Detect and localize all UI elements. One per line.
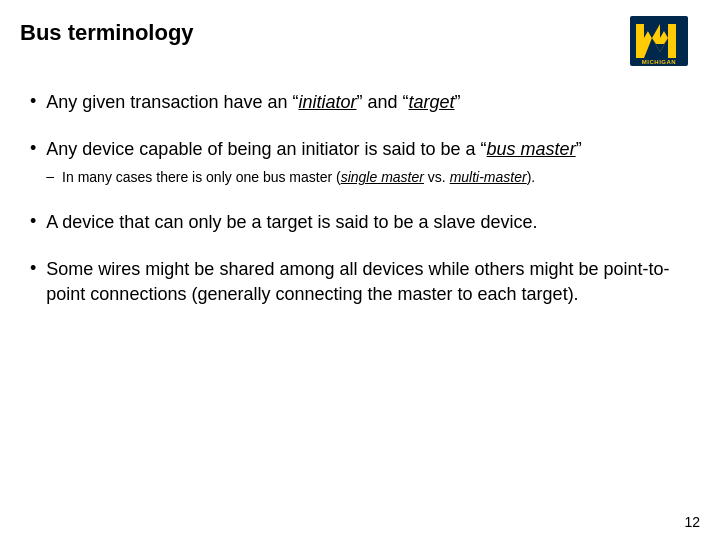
bullet-dot-1: • xyxy=(30,91,36,112)
bullet-text-2: Any device capable of being an initiator… xyxy=(46,139,581,159)
bullet-dot-4: • xyxy=(30,258,36,279)
sub-bullet-1: – In many cases there is only one bus ma… xyxy=(46,168,581,188)
slide-number: 12 xyxy=(684,514,700,530)
sub-dash-1: – xyxy=(46,168,54,184)
bullet-dot-3: • xyxy=(30,211,36,232)
slide: Bus terminology MICHIGAN • Any given tra… xyxy=(0,0,720,540)
svg-text:MICHIGAN: MICHIGAN xyxy=(642,59,676,65)
bullet-item-2: • Any device capable of being an initiat… xyxy=(30,137,688,188)
university-logo: MICHIGAN xyxy=(630,16,688,66)
sub-text-1: In many cases there is only one bus mast… xyxy=(62,168,535,188)
bullet-dot-2: • xyxy=(30,138,36,159)
bullet-item-1: • Any given transaction have an “initiat… xyxy=(30,90,688,115)
slide-content: • Any given transaction have an “initiat… xyxy=(20,90,688,308)
bullet-text-3: A device that can only be a target is sa… xyxy=(46,210,537,235)
bullet-content-2: Any device capable of being an initiator… xyxy=(46,137,581,188)
slide-title: Bus terminology xyxy=(20,16,194,46)
bullet-text-1: Any given transaction have an “initiator… xyxy=(46,90,460,115)
bullet-item-4: • Some wires might be shared among all d… xyxy=(30,257,688,307)
bullet-item-3: • A device that can only be a target is … xyxy=(30,210,688,235)
bullet-text-4: Some wires might be shared among all dev… xyxy=(46,257,688,307)
slide-header: Bus terminology MICHIGAN xyxy=(20,16,688,66)
